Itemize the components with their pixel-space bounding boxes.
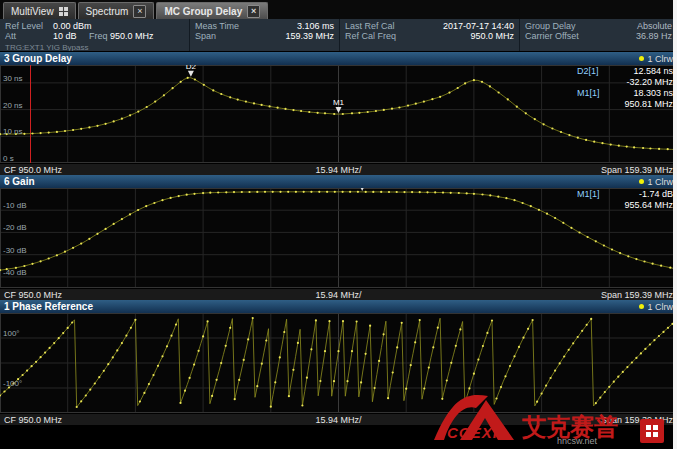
header-col-level[interactable]: Ref Level0.00 dBm Att10 dBFreq 950.0 MHz… (0, 19, 190, 51)
panel-group-delay: 3 Group Delay 1 Clrw 30 ns20 ns10 ns0 sD… (0, 52, 677, 175)
trace-dot (105, 228, 107, 230)
trace-dot (318, 191, 320, 193)
trace-dot (626, 146, 628, 148)
panel-title-bar[interactable]: 3 Group Delay 1 Clrw (0, 52, 677, 65)
trace-dot (669, 267, 671, 269)
trace-dot (375, 110, 377, 112)
gain-trace-svg[interactable]: -10 dB-20 dB-30 dB-40 dBM1 (0, 188, 677, 288)
close-tab-icon[interactable]: × (247, 5, 260, 18)
trace-dot (554, 217, 556, 219)
trace-dot (139, 400, 141, 402)
trace-dot (392, 371, 394, 373)
trace-dot (237, 99, 239, 101)
header-col-refcal[interactable]: Last Ref Cal2017-07-17 14:40 Ref Cal Fre… (340, 19, 520, 51)
scale-per-division: 15.94 MHz/ (315, 415, 361, 425)
watermark-brand-text: CCEXP (447, 424, 504, 441)
phase-trace-svg[interactable]: 100°-100° (0, 313, 677, 413)
trace-dot (560, 131, 562, 133)
trace-dot (256, 191, 258, 193)
trace-dot (599, 397, 601, 399)
trace-dot (559, 362, 561, 364)
tab-multiview[interactable]: MultiView (3, 2, 76, 19)
trace-dot (396, 346, 398, 348)
trace-dot (491, 319, 493, 321)
trace-dot (546, 213, 548, 215)
trace-dot (380, 191, 382, 193)
header-col-groupdelay[interactable]: Group DelayAbsolute Carrier Offset36.89 … (520, 19, 677, 51)
trace-dot (48, 257, 50, 259)
trace-dot (473, 79, 475, 81)
tab-spectrum[interactable]: Spectrum × (78, 2, 155, 19)
trace-dot (202, 192, 204, 194)
center-frequency: CF 950.0 MHz (4, 165, 62, 175)
trace-dot (497, 196, 499, 198)
trace-dot (577, 137, 579, 139)
trace-dot (383, 109, 385, 111)
trace-dot (442, 192, 444, 194)
trace-dot (269, 105, 271, 107)
trace-dot (446, 379, 448, 381)
marker-D2[interactable]: D2 (186, 65, 197, 77)
trace-dot (89, 389, 91, 391)
trace-dot (107, 363, 109, 365)
trace-dot (129, 114, 131, 116)
trace-dot (72, 247, 74, 249)
att-value: 10 dB (53, 31, 89, 41)
trace-dot (130, 327, 132, 329)
center-frequency: CF 950.0 MHz (4, 290, 62, 300)
trace-dot (193, 364, 195, 366)
trace-dot (603, 244, 605, 246)
trace-dot (189, 377, 191, 379)
trace-legend: 1 Clrw (639, 177, 673, 187)
svg-text:M1: M1 (333, 98, 345, 107)
trace-dot (640, 352, 642, 354)
panel-title-bar[interactable]: 6 Gain 1 Clrw (0, 175, 677, 188)
trace-dot (405, 388, 407, 390)
trace-dot (649, 147, 651, 149)
panel-title-bar[interactable]: 1 Phase Reference 1 Clrw (0, 300, 677, 313)
trace-dot (367, 111, 369, 113)
tab-mc-group-delay[interactable]: MC Group Delay × (156, 2, 268, 19)
trace-dot (378, 360, 380, 362)
trace-dot (653, 339, 655, 341)
trace-dot (125, 335, 127, 337)
trace-dot (388, 191, 390, 193)
header-col-sweep[interactable]: Meas Time3.106 ms Span159.39 MHz (190, 19, 340, 51)
marker-M1[interactable]: M1 (333, 98, 345, 113)
trace-dot (530, 205, 532, 207)
att-label: Att (5, 31, 53, 41)
trace-dot (516, 106, 518, 108)
trace-dot (217, 191, 219, 193)
group-delay-plot-area[interactable]: 30 ns20 ns10 ns0 sD2M1 D2[1]12.584 ns-32… (0, 65, 677, 163)
gain-plot-area[interactable]: -10 dB-20 dB-30 dB-40 dBM1 M1[1]-1.74 dB… (0, 188, 677, 288)
trace-dot (324, 350, 326, 352)
trace-dot (360, 381, 362, 383)
trace-dot (170, 335, 172, 337)
trace-dot (437, 327, 439, 329)
y-axis-label: 100° (3, 329, 20, 338)
trace-dot (473, 193, 475, 195)
group-delay-trace-svg[interactable]: 30 ns20 ns10 ns0 sD2M1 (0, 65, 677, 163)
trace-dot (300, 110, 302, 112)
trace-dot (489, 194, 491, 196)
trace-dot (319, 380, 321, 382)
trace-dot (234, 398, 236, 400)
phase-plot-area[interactable]: 100°-100° (0, 313, 677, 413)
meas-time-value: 3.106 ms (297, 21, 334, 31)
tab-label: MC Group Delay (164, 6, 242, 17)
close-tab-icon[interactable]: × (133, 5, 146, 18)
span-readout: Span 159.39 MHz (601, 290, 673, 300)
trace-dot (365, 191, 367, 193)
trace-dot (270, 406, 272, 408)
trace-dot (513, 355, 515, 357)
trace-dot (660, 265, 662, 267)
trace-dot (509, 365, 511, 367)
trace-dot (306, 377, 308, 379)
trace-dot (585, 139, 587, 141)
trace-dot (220, 362, 222, 364)
trace-dot (618, 145, 620, 147)
trace-dot (172, 87, 174, 89)
scale-per-division: 15.94 MHz/ (315, 290, 361, 300)
trace-dot (642, 147, 644, 149)
trace-dot (450, 192, 452, 194)
